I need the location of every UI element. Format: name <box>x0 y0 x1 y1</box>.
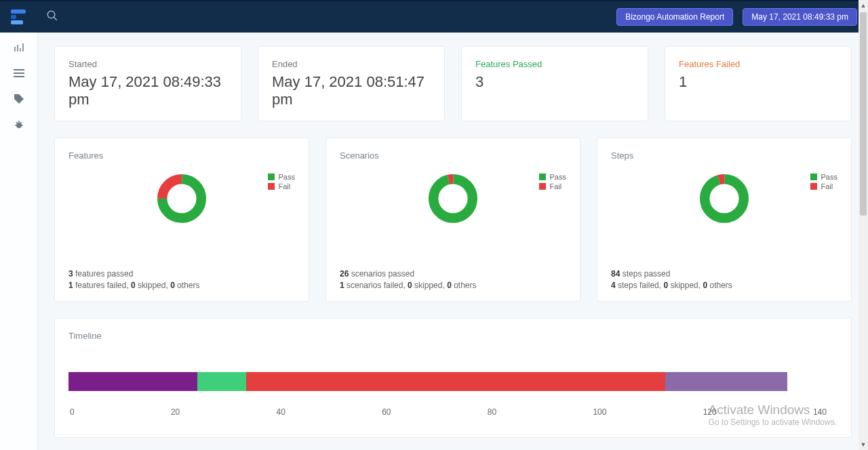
tl-tick: 0 <box>70 407 75 417</box>
legend-fail: Fail <box>550 182 562 190</box>
header-bar: Bizongo Automation Report May 17, 2021 0… <box>0 1 868 33</box>
legend-pass: Pass <box>821 173 837 181</box>
scenarios-donut <box>427 173 479 224</box>
svg-point-0 <box>47 11 55 18</box>
steps-legend: Pass Fail <box>810 173 837 192</box>
ended-label: Ended <box>272 59 431 69</box>
summary-features-failed: Features Failed 1 <box>665 46 852 121</box>
scenarios-chart-title: Scenarios <box>340 150 566 161</box>
timeline-title: Timeline <box>68 331 837 341</box>
summary-started: Started May 17, 2021 08:49:33 pm <box>54 46 241 121</box>
features-passed-label: Features Passed <box>475 59 634 69</box>
features-chart-title: Features <box>68 150 295 161</box>
features-failed-value: 1 <box>679 73 837 91</box>
tl-tick: 60 <box>382 407 391 417</box>
report-time-badge[interactable]: May 17, 2021 08:49:33 pm <box>743 8 857 26</box>
features-chart-card: Features Pass Fail 3 features passed 1 f… <box>54 138 309 302</box>
tag-icon[interactable] <box>14 94 24 104</box>
timeline-axis: 0 20 40 60 80 100 120 140 <box>68 407 828 417</box>
timeline-seg-3 <box>246 372 665 391</box>
legend-fail: Fail <box>279 182 291 190</box>
summary-features-passed: Features Passed 3 <box>461 46 648 121</box>
tl-tick: 80 <box>488 407 496 417</box>
features-failed-label: Features Failed <box>679 59 837 69</box>
scenarios-legend: Pass Fail <box>539 173 566 192</box>
features-legend: Pass Fail <box>268 173 295 192</box>
svg-rect-8 <box>14 76 24 77</box>
svg-rect-7 <box>14 73 24 74</box>
timeline-seg-4 <box>665 372 787 391</box>
steps-chart-card: Steps Pass Fail 84 steps passed 4 steps … <box>597 138 852 302</box>
ended-value: May 17, 2021 08:51:47 pm <box>272 73 431 108</box>
svg-line-14 <box>20 122 22 123</box>
scroll-thumb[interactable] <box>860 12 867 216</box>
started-value: May 17, 2021 08:49:33 pm <box>68 73 227 108</box>
legend-pass: Pass <box>550 173 566 181</box>
scenarios-passed-line: 26 scenarios passed <box>340 269 566 279</box>
features-passed-line: 3 features passed <box>68 269 295 279</box>
tl-tick: 40 <box>277 407 285 417</box>
scenarios-chart-card: Scenarios Pass Fail 26 scenarios passed … <box>326 138 580 302</box>
sidebar <box>0 33 38 450</box>
scroll-down-icon[interactable]: ▼ <box>859 439 868 450</box>
scenarios-failed-line: 1 scenarios failed, 0 skipped, 0 others <box>340 281 566 290</box>
list-icon[interactable] <box>14 68 24 79</box>
legend-fail: Fail <box>821 182 833 190</box>
tl-tick: 120 <box>703 407 717 417</box>
timeline-bar <box>68 372 787 391</box>
app-logo <box>11 7 27 26</box>
tl-tick: 20 <box>171 407 180 417</box>
steps-chart-title: Steps <box>611 150 837 161</box>
features-passed-value: 3 <box>475 73 634 91</box>
dashboard-icon[interactable] <box>14 42 24 53</box>
svg-line-1 <box>54 17 57 20</box>
tl-tick: 100 <box>593 407 606 417</box>
vertical-scrollbar[interactable]: ▲ ▼ <box>859 0 868 450</box>
svg-point-19 <box>705 179 744 218</box>
summary-ended: Ended May 17, 2021 08:51:47 pm <box>258 46 445 121</box>
svg-rect-6 <box>14 69 24 70</box>
svg-point-17 <box>433 179 473 218</box>
scroll-up-icon[interactable]: ▲ <box>859 0 868 11</box>
steps-passed-line: 84 steps passed <box>611 269 837 279</box>
legend-pass: Pass <box>279 173 295 181</box>
report-title-badge[interactable]: Bizongo Automation Report <box>616 8 733 26</box>
steps-failed-line: 4 steps failed, 0 skipped, 0 others <box>611 281 837 290</box>
timeline-seg-1 <box>68 372 197 391</box>
features-donut <box>156 173 208 224</box>
search-icon[interactable] <box>46 9 58 25</box>
started-label: Started <box>68 59 227 69</box>
timeline-card: Timeline 0 20 40 60 80 100 120 140 <box>54 318 852 438</box>
features-failed-line: 1 features failed, 0 skipped, 0 others <box>68 281 295 290</box>
timeline-seg-2 <box>197 372 246 391</box>
steps-donut <box>698 173 750 224</box>
bug-icon[interactable] <box>14 119 24 130</box>
svg-line-13 <box>16 122 18 123</box>
tl-tick: 140 <box>813 407 827 417</box>
